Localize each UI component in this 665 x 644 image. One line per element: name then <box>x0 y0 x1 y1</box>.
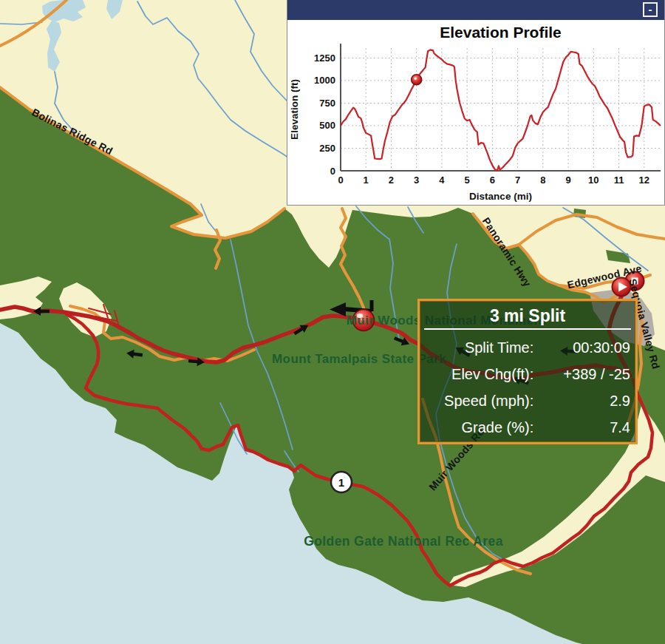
svg-text:0: 0 <box>330 166 335 177</box>
chart-xlabel: Distance (mi) <box>469 191 532 202</box>
minimize-icon[interactable]: - <box>643 2 658 17</box>
svg-text:11: 11 <box>614 174 624 186</box>
highway-shield: 1 <box>331 472 352 492</box>
svg-text:12: 12 <box>639 174 649 186</box>
svg-text:9: 9 <box>565 174 570 186</box>
svg-text:500: 500 <box>319 120 335 131</box>
elev-chg-value: +389 / -25 <box>544 361 630 387</box>
elev-chg-label: Elev Chg(ft): <box>425 361 544 387</box>
svg-text:2: 2 <box>389 174 394 186</box>
svg-text:5: 5 <box>465 174 470 186</box>
svg-text:4: 4 <box>439 174 445 186</box>
svg-text:1250: 1250 <box>314 52 335 64</box>
grade-value: 7.4 <box>544 414 630 441</box>
chart-title: Elevation Profile <box>440 24 562 41</box>
split-row-grade: Grade (%): 7.4 <box>420 414 635 441</box>
svg-text:1000: 1000 <box>314 75 335 86</box>
svg-text:3: 3 <box>414 174 419 186</box>
chart-ylabel: Elevation (ft) <box>289 79 300 140</box>
split-time-label: Split Time: <box>425 334 544 361</box>
panel-titlebar: - <box>287 0 664 20</box>
split-row-time: Split Time: 00:30:09 <box>420 334 635 361</box>
svg-text:10: 10 <box>588 174 598 186</box>
split-time-value: 00:30:09 <box>544 334 630 361</box>
svg-text:250: 250 <box>319 143 335 154</box>
split-popup-divider <box>424 328 631 330</box>
svg-text:750: 750 <box>319 98 335 109</box>
speed-value: 2.9 <box>544 387 630 414</box>
split-row-speed: Speed (mph): 2.9 <box>420 387 635 414</box>
elevation-chart[interactable]: 0250500750100012500123456789101112Elevat… <box>287 20 665 206</box>
chart-position-marker <box>412 75 422 85</box>
svg-text:0: 0 <box>338 174 343 186</box>
split-info-popup: 3 mi Split Split Time: 00:30:09 Elev Chg… <box>417 299 638 444</box>
split-popup-title: 3 mi Split <box>420 305 635 326</box>
map-canvas[interactable]: 1 Bolinas Ridge Rd Panoramic Hwy Edgewoo… <box>0 0 665 644</box>
map-label-golden-gate-national-rec-area: Golden Gate National Rec Area <box>304 534 503 549</box>
grade-label: Grade (%): <box>425 414 544 441</box>
svg-text:1: 1 <box>364 174 369 186</box>
elevation-profile-panel: - 0250500750100012500123456789101112Elev… <box>287 0 665 206</box>
speed-label: Speed (mph): <box>425 387 544 414</box>
split-row-elev: Elev Chg(ft): +389 / -25 <box>420 361 635 387</box>
svg-text:8: 8 <box>540 174 545 186</box>
svg-text:6: 6 <box>490 174 495 186</box>
highway-shield-label: 1 <box>338 476 344 489</box>
svg-text:7: 7 <box>515 174 520 186</box>
